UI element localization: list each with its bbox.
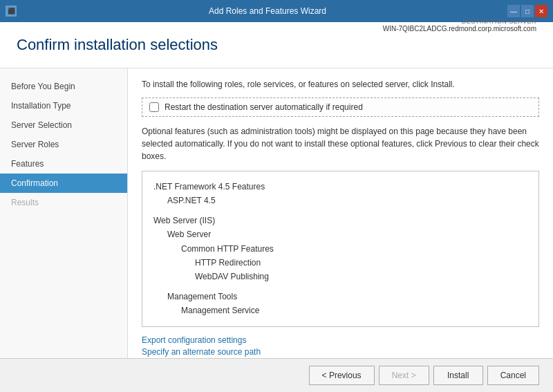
sidebar: Before You Begin Installation Type Serve… (0, 68, 128, 358)
sidebar-item-before-you-begin[interactable]: Before You Begin (0, 77, 127, 96)
wizard-footer: < Previous Next > Install Cancel (0, 358, 553, 392)
feature-http-redirection: HTTP Redirection (153, 256, 527, 270)
feature-mgmt-service: Management Service (153, 304, 527, 317)
next-button[interactable]: Next > (379, 366, 429, 385)
sidebar-item-installation-type[interactable]: Installation Type (0, 96, 127, 115)
wizard-container: DESTINATION SERVER WIN-7QIBC2LADCG.redmo… (0, 22, 553, 392)
export-config-link[interactable]: Export configuration settings (142, 335, 539, 345)
cancel-button[interactable]: Cancel (487, 366, 539, 385)
destination-server-name: WIN-7QIBC2LADCG.redmond.corp.microsoft.c… (383, 25, 536, 32)
feature-webserver: Web Server (153, 227, 527, 241)
app-icon: ⬛ (6, 6, 17, 17)
page-title: Confirm installation selections (17, 36, 536, 54)
feature-webserver-iis: Web Server (IIS) (153, 214, 527, 227)
sidebar-item-confirmation[interactable]: Confirmation (0, 174, 127, 193)
restart-label: Restart the destination server automatic… (165, 102, 363, 112)
install-button[interactable]: Install (433, 366, 483, 385)
feature-webdav: WebDAV Publishing (153, 270, 527, 283)
sidebar-item-server-roles[interactable]: Server Roles (0, 135, 127, 154)
close-button[interactable]: ✕ (535, 5, 547, 17)
feature-net-framework: .NET Framework 4.5 Features (153, 180, 527, 194)
previous-button[interactable]: < Previous (309, 366, 375, 385)
sidebar-item-features[interactable]: Features (0, 154, 127, 174)
maximize-button[interactable]: □ (521, 5, 534, 17)
intro-text: To install the following roles, role ser… (142, 80, 539, 89)
features-box: .NET Framework 4.5 Features ASP.NET 4.5 … (142, 171, 539, 327)
window-title: Add Roles and Features Wizard (28, 6, 507, 16)
feature-common-http: Common HTTP Features (153, 242, 527, 256)
optional-text: Optional features (such as administratio… (142, 125, 539, 162)
destination-label: DESTINATION SERVER (383, 18, 536, 25)
restart-checkbox[interactable] (149, 102, 159, 112)
wizard-body: Before You Begin Installation Type Serve… (0, 68, 553, 358)
wizard-header: DESTINATION SERVER WIN-7QIBC2LADCG.redmo… (0, 22, 553, 68)
destination-server-info: DESTINATION SERVER WIN-7QIBC2LADCG.redmo… (383, 18, 536, 32)
sidebar-item-server-selection[interactable]: Server Selection (0, 115, 127, 135)
feature-mgmt-tools: Management Tools (153, 290, 527, 304)
minimize-button[interactable]: — (507, 5, 520, 17)
restart-checkbox-row: Restart the destination server automatic… (142, 97, 539, 117)
alternate-source-link[interactable]: Specify an alternate source path (142, 347, 539, 357)
feature-aspnet: ASP.NET 4.5 (153, 194, 527, 207)
main-content: To install the following roles, role ser… (128, 68, 553, 358)
links-section: Export configuration settings Specify an… (142, 335, 539, 357)
window-controls: — □ ✕ (507, 5, 547, 17)
sidebar-item-results: Results (0, 193, 127, 212)
